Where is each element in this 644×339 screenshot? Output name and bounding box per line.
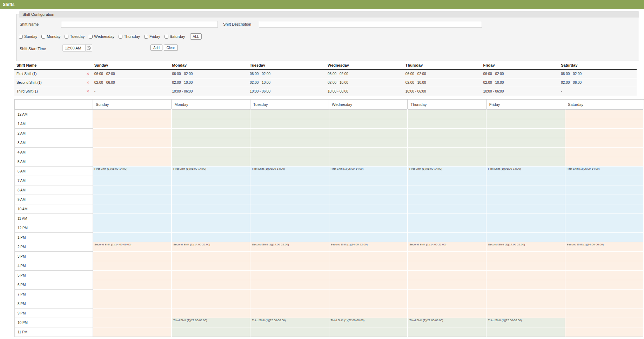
calendar-cell-sunday[interactable]: [93, 138, 172, 148]
calendar-cell-wednesday[interactable]: Second Shift (1)(14:00-22:00): [329, 242, 408, 252]
calendar-cell-wednesday[interactable]: [329, 290, 408, 299]
calendar-cell-friday[interactable]: [486, 138, 565, 148]
calendar-cell-wednesday[interactable]: [329, 252, 408, 261]
day-checkbox-thursday[interactable]: [119, 35, 122, 39]
day-checkbox-monday[interactable]: [41, 35, 45, 39]
calendar-cell-sunday[interactable]: [93, 252, 172, 261]
calendar-cell-friday[interactable]: [486, 223, 565, 233]
calendar-cell-tuesday[interactable]: [250, 299, 329, 309]
calendar-cell-tuesday[interactable]: [250, 252, 329, 261]
calendar-cell-monday[interactable]: [172, 138, 250, 148]
calendar-cell-friday[interactable]: [486, 119, 565, 129]
calendar-cell-friday[interactable]: [486, 261, 565, 271]
calendar-cell-thursday[interactable]: [408, 119, 486, 129]
calendar-cell-saturday[interactable]: [565, 261, 644, 271]
calendar-cell-friday[interactable]: [486, 157, 565, 167]
calendar-cell-monday[interactable]: [172, 327, 250, 337]
calendar-cell-tuesday[interactable]: [250, 223, 329, 233]
calendar-cell-monday[interactable]: [172, 204, 250, 214]
calendar-cell-friday[interactable]: [486, 185, 565, 195]
calendar-cell-tuesday[interactable]: [250, 110, 329, 119]
calendar-cell-tuesday[interactable]: [250, 271, 329, 280]
calendar-cell-sunday[interactable]: [93, 157, 172, 167]
calendar-cell-saturday[interactable]: [565, 252, 644, 261]
calendar-cell-sunday[interactable]: [93, 185, 172, 195]
calendar-cell-saturday[interactable]: [565, 148, 644, 157]
calendar-cell-tuesday[interactable]: First Shift (1)(06:00-14:00): [250, 167, 329, 176]
calendar-cell-sunday[interactable]: [93, 318, 172, 327]
delete-shift-icon[interactable]: ✕: [86, 89, 89, 93]
calendar-cell-thursday[interactable]: [408, 157, 486, 167]
calendar-cell-sunday[interactable]: [93, 223, 172, 233]
calendar-cell-wednesday[interactable]: [329, 129, 408, 138]
calendar-cell-tuesday[interactable]: Third Shift (1)(22:00-08:00): [250, 318, 329, 327]
calendar-cell-friday[interactable]: [486, 280, 565, 290]
shift-name-input[interactable]: [61, 21, 218, 28]
calendar-cell-tuesday[interactable]: [250, 261, 329, 271]
calendar-cell-wednesday[interactable]: [329, 110, 408, 119]
calendar-cell-monday[interactable]: [172, 223, 250, 233]
calendar-cell-monday[interactable]: [172, 252, 250, 261]
calendar-cell-thursday[interactable]: [408, 223, 486, 233]
calendar-cell-wednesday[interactable]: [329, 309, 408, 318]
calendar-cell-friday[interactable]: Third Shift (1)(22:00-08:00): [486, 318, 565, 327]
calendar-cell-wednesday[interactable]: [329, 214, 408, 223]
calendar-cell-wednesday[interactable]: [329, 138, 408, 148]
calendar-cell-saturday[interactable]: [565, 138, 644, 148]
calendar-cell-wednesday[interactable]: [329, 233, 408, 242]
calendar-cell-friday[interactable]: [486, 327, 565, 337]
calendar-cell-tuesday[interactable]: [250, 327, 329, 337]
calendar-cell-sunday[interactable]: [93, 233, 172, 242]
calendar-cell-sunday[interactable]: [93, 204, 172, 214]
calendar-cell-thursday[interactable]: Second Shift (1)(14:00-22:00): [408, 242, 486, 252]
calendar-cell-friday[interactable]: [486, 233, 565, 242]
calendar-cell-monday[interactable]: Second Shift (1)(14:00-22:00): [172, 242, 250, 252]
calendar-cell-tuesday[interactable]: [250, 119, 329, 129]
clear-button[interactable]: Clear: [164, 45, 178, 51]
calendar-cell-thursday[interactable]: [408, 233, 486, 242]
calendar-cell-thursday[interactable]: [408, 214, 486, 223]
calendar-cell-thursday[interactable]: [408, 261, 486, 271]
delete-shift-icon[interactable]: ✕: [86, 72, 89, 76]
calendar-cell-thursday[interactable]: [408, 195, 486, 204]
calendar-cell-monday[interactable]: [172, 271, 250, 280]
calendar-cell-wednesday[interactable]: [329, 176, 408, 185]
calendar-cell-thursday[interactable]: [408, 185, 486, 195]
calendar-cell-sunday[interactable]: Second Shift (1)(14:00-06:00): [93, 242, 172, 252]
calendar-cell-friday[interactable]: [486, 110, 565, 119]
calendar-cell-sunday[interactable]: [93, 309, 172, 318]
calendar-cell-wednesday[interactable]: [329, 299, 408, 309]
calendar-cell-wednesday[interactable]: [329, 204, 408, 214]
calendar-cell-saturday[interactable]: [565, 195, 644, 204]
calendar-cell-monday[interactable]: [172, 261, 250, 271]
calendar-cell-friday[interactable]: [486, 176, 565, 185]
calendar-cell-tuesday[interactable]: [250, 148, 329, 157]
calendar-cell-monday[interactable]: [172, 214, 250, 223]
calendar-cell-monday[interactable]: [172, 280, 250, 290]
calendar-cell-wednesday[interactable]: [329, 280, 408, 290]
calendar-cell-monday[interactable]: Third Shift (1)(22:00-08:00): [172, 318, 250, 327]
calendar-cell-monday[interactable]: [172, 119, 250, 129]
calendar-cell-friday[interactable]: [486, 299, 565, 309]
calendar-cell-tuesday[interactable]: [250, 138, 329, 148]
calendar-cell-thursday[interactable]: First Shift (1)(06:00-14:00): [408, 167, 486, 176]
calendar-cell-monday[interactable]: [172, 299, 250, 309]
calendar-cell-wednesday[interactable]: [329, 119, 408, 129]
calendar-cell-monday[interactable]: [172, 185, 250, 195]
calendar-cell-tuesday[interactable]: [250, 309, 329, 318]
calendar-cell-saturday[interactable]: [565, 280, 644, 290]
calendar-cell-monday[interactable]: [172, 110, 250, 119]
calendar-cell-sunday[interactable]: [93, 195, 172, 204]
calendar-cell-tuesday[interactable]: [250, 204, 329, 214]
calendar-cell-wednesday[interactable]: First Shift (1)(06:00-14:00): [329, 167, 408, 176]
calendar-cell-thursday[interactable]: [408, 271, 486, 280]
calendar-cell-saturday[interactable]: [565, 110, 644, 119]
calendar-cell-saturday[interactable]: [565, 204, 644, 214]
calendar-cell-saturday[interactable]: First Shift (1)(06:00-14:00): [565, 167, 644, 176]
calendar-cell-thursday[interactable]: [408, 309, 486, 318]
calendar-cell-thursday[interactable]: Third Shift (1)(22:00-08:00): [408, 318, 486, 327]
calendar-cell-saturday[interactable]: [565, 157, 644, 167]
calendar-cell-saturday[interactable]: [565, 176, 644, 185]
calendar-cell-saturday[interactable]: [565, 214, 644, 223]
calendar-cell-tuesday[interactable]: [250, 290, 329, 299]
